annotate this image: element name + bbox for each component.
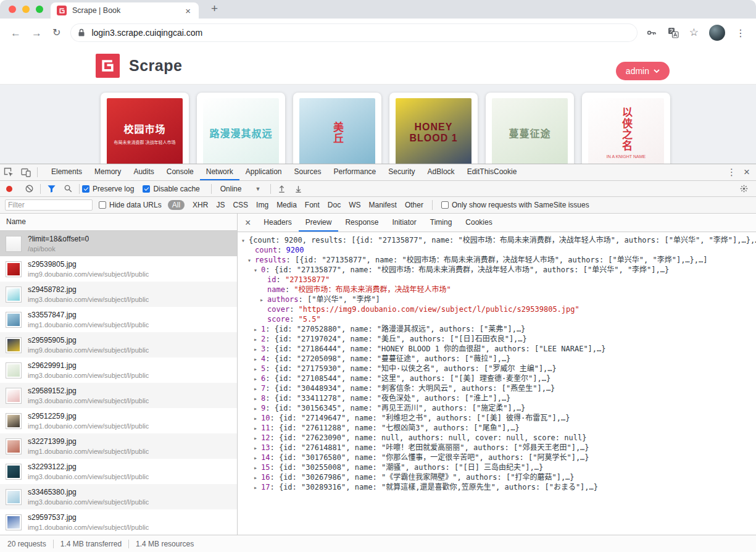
filter-type-ws[interactable]: WS — [349, 201, 360, 209]
detail-tab-preview[interactable]: Preview — [299, 214, 339, 232]
filter-input[interactable] — [5, 199, 93, 211]
brand[interactable]: Scrape — [96, 54, 182, 78]
request-row[interactable]: s32271399.jpgimg1.doubanio.com/view/subj… — [0, 433, 237, 459]
filter-type-js[interactable]: JS — [216, 201, 225, 209]
devtools-tab-console[interactable]: Console — [160, 164, 200, 180]
tree-toggle-icon[interactable]: ▸ — [254, 424, 261, 433]
tree-toggle-icon[interactable]: ▸ — [254, 374, 261, 383]
tree-toggle-icon[interactable]: ▸ — [254, 384, 261, 393]
request-row[interactable]: s29595905.jpgimg9.doubanio.com/view/subj… — [0, 332, 237, 358]
request-row[interactable]: s29589152.jpgimg3.doubanio.com/view/subj… — [0, 383, 237, 408]
tree-toggle-icon[interactable]: ▸ — [260, 295, 267, 304]
detail-tab-cookies[interactable]: Cookies — [459, 214, 499, 232]
tree-toggle-icon[interactable]: ▸ — [254, 364, 261, 374]
reload-icon[interactable]: ↻ — [52, 28, 60, 38]
back-icon[interactable]: ← — [10, 28, 21, 38]
filter-type-media[interactable]: Media — [276, 201, 297, 209]
translate-icon[interactable] — [668, 27, 679, 38]
bookmark-star-icon[interactable]: ☆ — [689, 26, 699, 39]
book-cover-card[interactable]: 路漫漫其叔远 — [197, 93, 285, 164]
browser-tab[interactable]: Scrape | Book × — [51, 2, 199, 19]
admin-menu-button[interactable]: admin — [616, 62, 670, 80]
tree-toggle-icon[interactable]: ▾ — [241, 236, 249, 245]
request-row[interactable]: s29539805.jpgimg9.doubanio.com/view/subj… — [0, 256, 237, 282]
book-cover-card[interactable]: HONEY BLOOD 1 — [389, 93, 478, 164]
hide-data-urls-checkbox[interactable]: Hide data URLs — [99, 201, 162, 209]
device-toolbar-icon[interactable] — [21, 167, 31, 177]
tree-toggle-icon[interactable]: ▸ — [254, 443, 261, 453]
filter-funnel-icon[interactable] — [47, 184, 56, 193]
detail-tab-initiator[interactable]: Initiator — [385, 214, 423, 232]
inspect-element-icon[interactable] — [4, 167, 14, 177]
tree-toggle-icon[interactable]: ▾ — [254, 266, 261, 275]
search-icon[interactable] — [64, 184, 73, 193]
devtools-menu-icon[interactable]: ⋮ — [727, 164, 736, 180]
tree-toggle-icon[interactable]: ▸ — [254, 473, 261, 482]
devtools-tab-elements[interactable]: Elements — [45, 164, 88, 180]
tree-toggle-icon[interactable]: ▸ — [254, 404, 261, 413]
tab-close-icon[interactable]: × — [183, 6, 193, 16]
samesite-checkbox[interactable]: Only show requests with SameSite issues — [441, 201, 589, 209]
forward-icon[interactable]: → — [31, 28, 42, 38]
detail-tab-response[interactable]: Response — [338, 214, 385, 232]
new-tab-button[interactable]: + — [207, 2, 222, 15]
devtools-close-icon[interactable]: × — [744, 164, 750, 180]
devtools-tab-adblock[interactable]: AdBlock — [422, 164, 461, 180]
tree-toggle-icon[interactable]: ▸ — [254, 345, 261, 354]
filter-type-font[interactable]: Font — [305, 201, 320, 209]
tree-toggle-icon[interactable]: ▸ — [254, 414, 261, 423]
devtools-tab-network[interactable]: Network — [200, 164, 239, 180]
filter-type-img[interactable]: Img — [256, 201, 268, 209]
devtools-tab-sources[interactable]: Sources — [288, 164, 328, 180]
tree-toggle-icon[interactable]: ▸ — [254, 354, 261, 364]
preserve-log-checkbox[interactable]: Preserve log — [82, 185, 134, 193]
filter-type-css[interactable]: CSS — [233, 201, 248, 209]
export-har-icon[interactable] — [294, 184, 303, 193]
settings-gear-icon[interactable] — [739, 184, 749, 193]
tree-toggle-icon[interactable]: ▸ — [254, 453, 261, 462]
request-row[interactable]: s33465380.jpgimg3.doubanio.com/view/subj… — [0, 484, 237, 509]
disable-cache-checkbox[interactable]: Disable cache — [143, 185, 199, 193]
tree-toggle-icon[interactable]: ▸ — [254, 483, 261, 492]
request-row[interactable]: s29597537.jpgimg1.doubanio.com/view/subj… — [0, 509, 237, 535]
filter-type-all[interactable]: All — [168, 200, 185, 210]
clear-icon[interactable] — [25, 184, 34, 193]
devtools-tab-audits[interactable]: Audits — [127, 164, 160, 180]
request-row[interactable]: ?limit=18&offset=0/api/book — [0, 231, 237, 256]
book-cover-card[interactable]: 美丘 — [293, 93, 381, 164]
book-cover-card[interactable]: 以侠之名IN A KNIGHT NAME — [582, 93, 670, 164]
request-row[interactable]: s32293122.jpgimg3.doubanio.com/view/subj… — [0, 459, 237, 484]
request-row[interactable]: s29458782.jpgimg3.doubanio.com/view/subj… — [0, 282, 237, 307]
filter-type-doc[interactable]: Doc — [328, 201, 341, 209]
request-row[interactable]: s29629991.jpgimg3.doubanio.com/view/subj… — [0, 358, 237, 383]
filter-type-manifest[interactable]: Manifest — [369, 201, 397, 209]
detail-tab-headers[interactable]: Headers — [257, 214, 298, 232]
throttling-dropdown[interactable]: Online ▼ — [220, 185, 261, 193]
filter-type-other[interactable]: Other — [405, 201, 423, 209]
record-icon[interactable] — [6, 186, 12, 192]
requests-column-header[interactable]: Name — [0, 214, 237, 231]
filter-type-xhr[interactable]: XHR — [193, 201, 208, 209]
import-har-icon[interactable] — [277, 184, 286, 193]
tree-toggle-icon[interactable]: ▸ — [254, 335, 261, 344]
close-window-button[interactable] — [9, 6, 16, 13]
profile-avatar[interactable] — [709, 25, 725, 41]
devtools-tab-memory[interactable]: Memory — [88, 164, 127, 180]
maximize-window-button[interactable] — [36, 6, 43, 13]
tree-toggle-icon[interactable]: ▾ — [247, 256, 255, 265]
book-cover-card[interactable]: 校园市场布局未来消费群 决战年轻人市场 — [101, 93, 189, 164]
browser-menu-icon[interactable]: ⋮ — [736, 27, 746, 39]
address-bar[interactable]: login3.scrape.cuiqingcai.com — [70, 23, 637, 42]
tree-toggle-icon[interactable]: ▸ — [254, 325, 261, 334]
devtools-tab-security[interactable]: Security — [382, 164, 421, 180]
request-row[interactable]: s33557847.jpgimg1.doubanio.com/view/subj… — [0, 307, 237, 332]
detail-tab-timing[interactable]: Timing — [423, 214, 459, 232]
key-icon[interactable] — [646, 27, 657, 38]
minimize-window-button[interactable] — [22, 6, 30, 13]
devtools-tab-performance[interactable]: Performance — [328, 164, 383, 180]
devtools-tab-application[interactable]: Application — [239, 164, 288, 180]
tree-toggle-icon[interactable]: ▸ — [254, 433, 261, 443]
book-cover-card[interactable]: 蔓蔓征途 — [486, 93, 574, 164]
request-row[interactable]: s29512259.jpgimg1.doubanio.com/view/subj… — [0, 408, 237, 433]
tree-toggle-icon[interactable]: ▸ — [254, 463, 261, 472]
